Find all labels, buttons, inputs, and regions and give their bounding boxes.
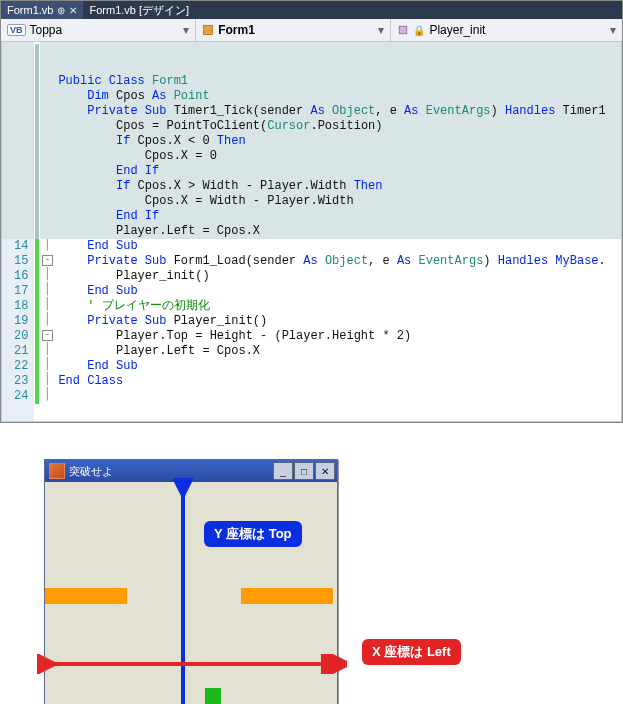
lock-icon: 🔒: [413, 25, 425, 36]
tab-label: Form1.vb [デザイン]: [89, 3, 189, 18]
nav-scope-dropdown[interactable]: VB Toppa ▾: [1, 19, 196, 41]
fold-toggle[interactable]: -: [42, 330, 53, 341]
window-buttons: _ □ ✕: [273, 462, 335, 480]
ide-window: Form1.vb ⊕ ✕ Form1.vb [デザイン] VB Toppa ▾ …: [0, 0, 623, 423]
nav-class-text: Form1: [218, 23, 255, 37]
player-rect: [205, 688, 221, 704]
tab-label: Form1.vb: [7, 4, 53, 16]
obstacle-bar-right: [241, 588, 333, 604]
winform-window: 突破せよ _ □ ✕: [44, 459, 338, 704]
nav-class-dropdown[interactable]: Form1 ▾: [196, 19, 391, 41]
chevron-down-icon: ▾: [183, 23, 189, 37]
nav-scope-text: Toppa: [30, 23, 63, 37]
class-icon: [202, 24, 214, 36]
x-coord-label: X 座標は Left: [362, 639, 461, 665]
tab-form1-design[interactable]: Form1.vb [デザイン]: [83, 1, 195, 19]
runtime-form-region: 突破せよ _ □ ✕: [44, 459, 340, 704]
svg-rect-1: [400, 26, 408, 34]
chevron-down-icon: ▾: [610, 23, 616, 37]
code-area[interactable]: Public Class Form1 Dim Cpos As Point Pri…: [54, 42, 621, 421]
code-editor[interactable]: 123456789101112131415161718192021222324 …: [1, 42, 622, 422]
fold-toggle[interactable]: -: [42, 255, 53, 266]
chevron-down-icon: ▾: [378, 23, 384, 37]
nav-member-dropdown[interactable]: 🔒 Player_init ▾: [391, 19, 622, 41]
minimize-button[interactable]: _: [273, 462, 293, 480]
change-indicator-bar: [34, 42, 40, 421]
method-icon: [397, 24, 409, 36]
pin-icon[interactable]: ⊕: [57, 5, 65, 16]
svg-rect-0: [204, 26, 213, 35]
close-button[interactable]: ✕: [315, 462, 335, 480]
form-client-area: [45, 482, 337, 704]
nav-member-text: Player_init: [429, 23, 485, 37]
maximize-button[interactable]: □: [294, 462, 314, 480]
app-icon: [49, 463, 65, 479]
obstacle-bar-left: [45, 588, 127, 604]
vb-badge-icon: VB: [7, 24, 26, 36]
tab-form1-code[interactable]: Form1.vb ⊕ ✕: [1, 1, 83, 19]
navigation-bar: VB Toppa ▾ Form1 ▾ 🔒 Player_init ▾: [1, 19, 622, 42]
close-icon[interactable]: ✕: [69, 5, 77, 16]
y-coord-label: Y 座標は Top: [204, 521, 302, 547]
x-axis-arrow: [37, 654, 347, 674]
window-title: 突破せよ: [69, 464, 113, 479]
document-tab-bar: Form1.vb ⊕ ✕ Form1.vb [デザイン]: [1, 1, 622, 19]
